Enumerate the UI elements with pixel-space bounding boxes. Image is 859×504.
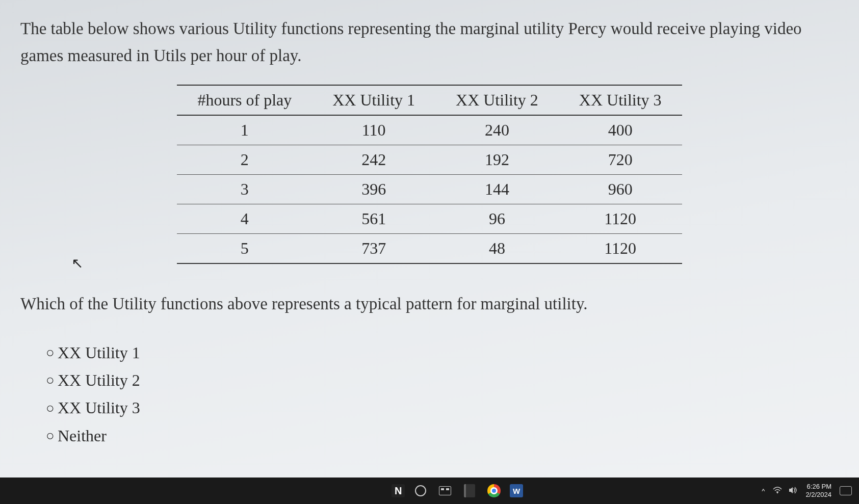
chrome-icon[interactable] bbox=[485, 482, 503, 499]
cell: 240 bbox=[435, 115, 559, 145]
col-header-utility1: XX Utility 1 bbox=[312, 85, 435, 115]
taskbar: N W ^ 6:26 PM 2/2/2024 bbox=[0, 478, 859, 504]
table-row: 3 396 144 960 bbox=[177, 174, 682, 204]
cell: 1 bbox=[177, 115, 312, 145]
option-label: XX Utility 2 bbox=[58, 366, 140, 394]
clock-time: 6:26 PM bbox=[805, 483, 831, 491]
cell: 2 bbox=[177, 145, 312, 174]
cell: 720 bbox=[559, 145, 682, 174]
cell: 4 bbox=[177, 204, 312, 233]
word-icon[interactable]: W bbox=[510, 484, 523, 497]
cell: 192 bbox=[435, 145, 559, 174]
cell: 561 bbox=[312, 204, 435, 233]
option-label: XX Utility 3 bbox=[58, 394, 140, 421]
table-row: 5 737 48 1120 bbox=[177, 233, 682, 263]
cell: 396 bbox=[312, 174, 435, 204]
volume-icon[interactable] bbox=[788, 486, 797, 496]
svg-point-0 bbox=[777, 492, 778, 493]
cell: 400 bbox=[559, 115, 682, 145]
option-label: XX Utility 1 bbox=[58, 339, 140, 366]
table-row: 2 242 192 720 bbox=[177, 145, 682, 174]
radio-icon: ○ bbox=[46, 396, 55, 420]
taskbar-clock[interactable]: 6:26 PM 2/2/2024 bbox=[805, 483, 831, 498]
cell: 960 bbox=[559, 174, 682, 204]
cell: 110 bbox=[312, 115, 435, 145]
question-text: Which of the Utility functions above rep… bbox=[20, 295, 839, 313]
taskbar-app-icon[interactable]: N bbox=[392, 484, 405, 497]
cortana-icon[interactable] bbox=[412, 482, 429, 499]
tray-caret-icon[interactable]: ^ bbox=[762, 487, 765, 495]
cell: 242 bbox=[312, 145, 435, 174]
table-row: 4 561 96 1120 bbox=[177, 204, 682, 233]
option-utility3[interactable]: ○ XX Utility 3 bbox=[46, 394, 839, 421]
notepad-icon[interactable] bbox=[461, 482, 478, 499]
col-header-utility3: XX Utility 3 bbox=[559, 85, 682, 115]
cell: 1120 bbox=[559, 204, 682, 233]
cell: 1120 bbox=[559, 233, 682, 263]
utility-table: #hours of play XX Utility 1 XX Utility 2… bbox=[177, 85, 682, 264]
wifi-icon[interactable] bbox=[773, 487, 782, 495]
clock-date: 2/2/2024 bbox=[805, 491, 831, 499]
option-utility2[interactable]: ○ XX Utility 2 bbox=[46, 366, 839, 394]
cell: 3 bbox=[177, 174, 312, 204]
notification-icon[interactable] bbox=[840, 486, 852, 495]
col-header-hours: #hours of play bbox=[177, 85, 312, 115]
cell: 48 bbox=[435, 233, 559, 263]
taskview-icon[interactable] bbox=[436, 482, 454, 499]
cursor-icon: ↖ bbox=[71, 255, 83, 272]
table-row: 1 110 240 400 bbox=[177, 115, 682, 145]
radio-icon: ○ bbox=[46, 368, 55, 392]
col-header-utility2: XX Utility 2 bbox=[435, 85, 559, 115]
option-neither[interactable]: ○ Neither bbox=[46, 422, 839, 449]
cell: 96 bbox=[435, 204, 559, 233]
cell: 737 bbox=[312, 233, 435, 263]
option-label: Neither bbox=[58, 422, 107, 449]
option-utility1[interactable]: ○ XX Utility 1 bbox=[46, 339, 839, 366]
radio-icon: ○ bbox=[46, 423, 55, 448]
cell: 5 bbox=[177, 233, 312, 263]
radio-icon: ○ bbox=[46, 340, 55, 365]
intro-text: The table below shows various Utility fu… bbox=[20, 15, 839, 69]
answer-options: ○ XX Utility 1 ○ XX Utility 2 ○ XX Utili… bbox=[20, 339, 839, 450]
cell: 144 bbox=[435, 174, 559, 204]
